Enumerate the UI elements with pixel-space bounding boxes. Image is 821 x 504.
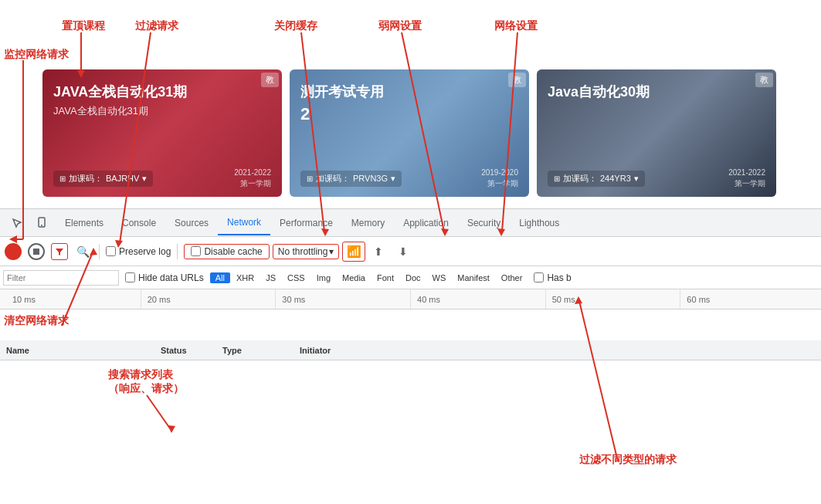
timeline-30ms: 30 ms bbox=[275, 289, 410, 309]
timeline-20ms: 20 ms bbox=[141, 289, 276, 309]
filter-doc[interactable]: Doc bbox=[400, 272, 426, 283]
filter-css[interactable]: CSS bbox=[282, 272, 310, 283]
filter-font[interactable]: Font bbox=[371, 272, 399, 283]
hide-data-urls-checkbox[interactable] bbox=[125, 272, 135, 282]
tab-memory[interactable]: Memory bbox=[342, 211, 394, 235]
card-2-number: 2 bbox=[300, 104, 518, 124]
network-toolbar: 🔍 Preserve log Disable cache No throttli… bbox=[0, 237, 821, 266]
timeline-40ms: 40 ms bbox=[410, 289, 545, 309]
card-java31[interactable]: 教 JAVA全栈自动化31期 JAVA全栈自动化31期 ⊞ 加课码： BAJRH… bbox=[42, 69, 282, 197]
inspect-icon[interactable] bbox=[6, 212, 28, 234]
card-3-year: 2021-2022 第一学期 bbox=[728, 167, 765, 189]
card-java30[interactable]: 教 Java自动化30期 ⊞ 加课码： 244YR3 ▾ 2021-2022 第… bbox=[537, 69, 776, 197]
device-icon[interactable] bbox=[31, 212, 53, 234]
col-status-header: Status bbox=[161, 346, 222, 355]
record-circle bbox=[5, 243, 22, 260]
card-test[interactable]: 教 测开考试专用 2 ⊞ 加课码： PRVN3G ▾ 2019-2020 第一学… bbox=[290, 69, 529, 197]
filter-all[interactable]: All bbox=[210, 272, 230, 283]
search-icon: 🔍 bbox=[76, 245, 90, 258]
tab-elements[interactable]: Elements bbox=[56, 211, 113, 235]
devtools-panel: Elements Console Sources Network Perform… bbox=[0, 208, 821, 504]
filter-js[interactable]: JS bbox=[260, 272, 281, 283]
svg-text:网络设置: 网络设置 bbox=[494, 19, 538, 32]
filter-media[interactable]: Media bbox=[337, 272, 371, 283]
import-export-btns: ⬆ ⬇ bbox=[368, 242, 413, 262]
devtools-tabs: Elements Console Sources Network Perform… bbox=[0, 209, 821, 237]
card-1-code[interactable]: ⊞ 加课码： BAJRHV ▾ bbox=[53, 171, 153, 187]
wifi-icon: 📶 bbox=[347, 245, 361, 259]
has-blocked-text: Has b bbox=[547, 272, 571, 283]
card-1-title: JAVA全栈自动化31期 bbox=[53, 83, 271, 101]
tab-application[interactable]: Application bbox=[394, 211, 458, 235]
tab-lighthouse[interactable]: Lighthous bbox=[510, 211, 568, 235]
card-2-title: 测开考试专用 bbox=[300, 83, 518, 101]
table-header: Name Status Type Initiator bbox=[0, 340, 821, 360]
filter-toggle-button[interactable] bbox=[49, 242, 70, 262]
throttle-value: No throttling bbox=[278, 246, 328, 257]
filter-xhr[interactable]: XHR bbox=[231, 272, 260, 283]
preserve-log-text: Preserve log bbox=[119, 246, 171, 257]
tab-sources[interactable]: Sources bbox=[165, 211, 218, 235]
col-initiator-header: Initiator bbox=[300, 346, 815, 355]
preserve-log-label[interactable]: Preserve log bbox=[106, 246, 171, 257]
hide-data-urls-label[interactable]: Hide data URLs bbox=[125, 272, 204, 283]
card-1-tag: 教 bbox=[261, 73, 279, 87]
network-conditions-button[interactable]: 📶 bbox=[342, 242, 365, 262]
disable-cache-checkbox[interactable] bbox=[191, 246, 201, 256]
import-button[interactable]: ⬆ bbox=[368, 242, 388, 262]
filter-manifest[interactable]: Manifest bbox=[452, 272, 495, 283]
tab-performance[interactable]: Performance bbox=[270, 211, 342, 235]
col-name-header: Name bbox=[6, 346, 161, 355]
svg-text:过滤请求: 过滤请求 bbox=[135, 19, 179, 32]
svg-text:置顶课程: 置顶课程 bbox=[62, 19, 106, 32]
throttle-dropdown-icon: ▾ bbox=[329, 246, 334, 257]
svg-text:弱网设置: 弱网设置 bbox=[378, 19, 422, 32]
hide-data-urls-text: Hide data URLs bbox=[138, 272, 204, 283]
timeline-10ms: 10 ms bbox=[6, 289, 141, 309]
filter-other[interactable]: Other bbox=[496, 272, 528, 283]
export-button[interactable]: ⬇ bbox=[393, 242, 413, 262]
separator-2 bbox=[177, 244, 178, 259]
disable-cache-text: Disable cache bbox=[204, 246, 262, 257]
card-3-code[interactable]: ⊞ 加课码： 244YR3 ▾ bbox=[548, 171, 645, 187]
filter-input[interactable] bbox=[3, 270, 119, 286]
timeline-50ms: 50 ms bbox=[545, 289, 680, 309]
disable-cache-label[interactable]: Disable cache bbox=[184, 244, 269, 259]
cards-area: 教 JAVA全栈自动化31期 JAVA全栈自动化31期 ⊞ 加课码： BAJRH… bbox=[42, 69, 821, 205]
card-3-tag: 教 bbox=[755, 73, 773, 87]
type-filter-buttons: All XHR JS CSS Img Media Font Doc WS Man… bbox=[210, 272, 528, 283]
has-blocked-label[interactable]: Has b bbox=[534, 272, 571, 283]
empty-requests-area bbox=[0, 310, 821, 340]
card-2-tag: 教 bbox=[508, 73, 526, 87]
has-blocked-checkbox[interactable] bbox=[534, 272, 544, 282]
timeline-60ms: 60 ms bbox=[680, 289, 815, 309]
preserve-log-checkbox[interactable] bbox=[106, 246, 116, 256]
card-1-subtitle: JAVA全栈自动化31期 bbox=[53, 104, 271, 118]
svg-rect-31 bbox=[33, 249, 39, 255]
tab-network[interactable]: Network bbox=[218, 211, 270, 235]
search-button[interactable]: 🔍 bbox=[73, 242, 93, 262]
tab-security[interactable]: Security bbox=[458, 211, 510, 235]
filter-bar: Hide data URLs All XHR JS CSS Img Media … bbox=[0, 266, 821, 289]
card-2-code[interactable]: ⊞ 加课码： PRVN3G ▾ bbox=[300, 171, 402, 187]
stop-circle bbox=[28, 243, 45, 260]
tab-console[interactable]: Console bbox=[113, 211, 165, 235]
card-3-title: Java自动化30期 bbox=[548, 83, 765, 101]
filter-ws[interactable]: WS bbox=[427, 272, 452, 283]
svg-text:监控网络请求: 监控网络请求 bbox=[4, 48, 70, 60]
filter-img[interactable]: Img bbox=[311, 272, 336, 283]
col-type-header: Type bbox=[222, 346, 300, 355]
throttle-select[interactable]: No throttling ▾ bbox=[273, 244, 340, 259]
separator-1 bbox=[99, 244, 100, 259]
timeline-bar: 10 ms 20 ms 30 ms 40 ms 50 ms 60 ms bbox=[0, 289, 821, 310]
card-1-year: 2021-2022 第一学期 bbox=[234, 167, 271, 189]
card-2-year: 2019-2020 第一学期 bbox=[481, 167, 518, 189]
stop-button[interactable] bbox=[26, 242, 46, 262]
record-button[interactable] bbox=[3, 242, 23, 262]
filter-icon bbox=[51, 243, 68, 260]
svg-text:关闭缓存: 关闭缓存 bbox=[273, 19, 317, 32]
